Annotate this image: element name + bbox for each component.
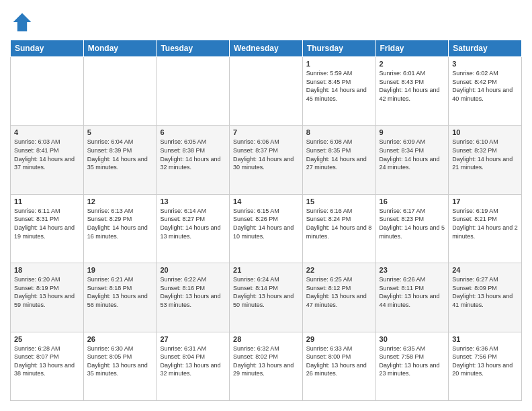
cell-content: Sunrise: 6:14 AM Sunset: 8:27 PM Dayligh… (160, 207, 226, 240)
cell-content: Sunrise: 6:22 AM Sunset: 8:16 PM Dayligh… (160, 275, 226, 309)
calendar-cell-15: 15Sunrise: 6:16 AM Sunset: 8:24 PM Dayli… (302, 194, 375, 263)
week-row-2: 11Sunrise: 6:11 AM Sunset: 8:31 PM Dayli… (11, 194, 522, 263)
calendar-cell-28: 28Sunrise: 6:32 AM Sunset: 8:02 PM Dayli… (230, 332, 303, 400)
day-number: 30 (380, 335, 445, 343)
cell-content: Sunrise: 6:27 AM Sunset: 8:09 PM Dayligh… (452, 275, 518, 309)
cell-content: Sunrise: 6:36 AM Sunset: 7:56 PM Dayligh… (452, 345, 518, 378)
calendar-cell-5: 5Sunrise: 6:04 AM Sunset: 8:39 PM Daylig… (83, 126, 157, 194)
day-number: 6 (160, 128, 226, 136)
header-day-friday: Friday (375, 40, 449, 57)
calendar-cell-20: 20Sunrise: 6:22 AM Sunset: 8:16 PM Dayli… (157, 263, 230, 332)
logo (10, 10, 38, 34)
cell-content: Sunrise: 6:16 AM Sunset: 8:24 PM Dayligh… (306, 207, 372, 240)
calendar-cell-empty (83, 57, 157, 126)
cell-content: Sunrise: 6:15 AM Sunset: 8:26 PM Dayligh… (233, 207, 299, 240)
day-number: 8 (306, 128, 372, 136)
cell-content: Sunrise: 6:20 AM Sunset: 8:19 PM Dayligh… (14, 275, 80, 309)
cell-content: Sunrise: 6:30 AM Sunset: 8:05 PM Dayligh… (87, 345, 153, 378)
cell-content: Sunrise: 6:28 AM Sunset: 8:07 PM Dayligh… (14, 345, 80, 378)
calendar-cell-22: 22Sunrise: 6:25 AM Sunset: 8:12 PM Dayli… (302, 263, 375, 332)
week-row-3: 18Sunrise: 6:20 AM Sunset: 8:19 PM Dayli… (11, 263, 522, 332)
cell-content: Sunrise: 6:04 AM Sunset: 8:39 PM Dayligh… (87, 138, 153, 171)
cell-content: Sunrise: 6:06 AM Sunset: 8:37 PM Dayligh… (233, 138, 299, 171)
day-number: 29 (306, 335, 372, 343)
day-number: 23 (380, 266, 445, 274)
cell-content: Sunrise: 6:32 AM Sunset: 8:02 PM Dayligh… (233, 345, 299, 378)
day-number: 21 (233, 266, 299, 274)
cell-content: Sunrise: 6:19 AM Sunset: 8:21 PM Dayligh… (452, 207, 518, 240)
cell-content: Sunrise: 6:21 AM Sunset: 8:18 PM Dayligh… (87, 275, 153, 309)
calendar-cell-13: 13Sunrise: 6:14 AM Sunset: 8:27 PM Dayli… (157, 194, 230, 263)
cell-content: Sunrise: 6:01 AM Sunset: 8:43 PM Dayligh… (380, 69, 445, 103)
calendar-table: SundayMondayTuesdayWednesdayThursdayFrid… (10, 40, 522, 401)
calendar-cell-11: 11Sunrise: 6:11 AM Sunset: 8:31 PM Dayli… (11, 194, 84, 263)
calendar-cell-10: 10Sunrise: 6:10 AM Sunset: 8:32 PM Dayli… (449, 126, 522, 194)
cell-content: Sunrise: 6:09 AM Sunset: 8:34 PM Dayligh… (380, 138, 445, 171)
calendar-cell-26: 26Sunrise: 6:30 AM Sunset: 8:05 PM Dayli… (83, 332, 157, 400)
week-row-4: 25Sunrise: 6:28 AM Sunset: 8:07 PM Dayli… (11, 332, 522, 400)
cell-content: Sunrise: 5:59 AM Sunset: 8:45 PM Dayligh… (306, 69, 372, 103)
calendar-cell-2: 2Sunrise: 6:01 AM Sunset: 8:43 PM Daylig… (375, 57, 449, 126)
calendar-cell-23: 23Sunrise: 6:26 AM Sunset: 8:11 PM Dayli… (375, 263, 449, 332)
day-number: 14 (233, 197, 299, 205)
header-day-thursday: Thursday (302, 40, 375, 57)
svg-marker-0 (13, 13, 32, 32)
cell-content: Sunrise: 6:02 AM Sunset: 8:42 PM Dayligh… (452, 69, 518, 103)
calendar-cell-12: 12Sunrise: 6:13 AM Sunset: 8:29 PM Dayli… (83, 194, 157, 263)
calendar-cell-24: 24Sunrise: 6:27 AM Sunset: 8:09 PM Dayli… (449, 263, 522, 332)
day-number: 26 (87, 335, 153, 343)
day-number: 5 (87, 128, 153, 136)
day-number: 28 (233, 335, 299, 343)
calendar-cell-1: 1Sunrise: 5:59 AM Sunset: 8:45 PM Daylig… (302, 57, 375, 126)
calendar-cell-27: 27Sunrise: 6:31 AM Sunset: 8:04 PM Dayli… (157, 332, 230, 400)
cell-content: Sunrise: 6:03 AM Sunset: 8:41 PM Dayligh… (14, 138, 80, 171)
day-number: 31 (452, 335, 518, 343)
calendar-cell-21: 21Sunrise: 6:24 AM Sunset: 8:14 PM Dayli… (230, 263, 303, 332)
cell-content: Sunrise: 6:25 AM Sunset: 8:12 PM Dayligh… (306, 275, 372, 309)
day-number: 19 (87, 266, 153, 274)
cell-content: Sunrise: 6:05 AM Sunset: 8:38 PM Dayligh… (160, 138, 226, 171)
calendar-cell-17: 17Sunrise: 6:19 AM Sunset: 8:21 PM Dayli… (449, 194, 522, 263)
day-number: 11 (14, 197, 80, 205)
day-number: 27 (160, 335, 226, 343)
calendar-cell-16: 16Sunrise: 6:17 AM Sunset: 8:23 PM Dayli… (375, 194, 449, 263)
day-number: 24 (452, 266, 518, 274)
header-day-sunday: Sunday (11, 40, 84, 57)
header-day-monday: Monday (83, 40, 157, 57)
day-number: 1 (306, 60, 372, 68)
calendar-cell-6: 6Sunrise: 6:05 AM Sunset: 8:38 PM Daylig… (157, 126, 230, 194)
calendar-cell-8: 8Sunrise: 6:08 AM Sunset: 8:35 PM Daylig… (302, 126, 375, 194)
day-number: 13 (160, 197, 226, 205)
day-number: 20 (160, 266, 226, 274)
page: SundayMondayTuesdayWednesdayThursdayFrid… (0, 0, 532, 411)
calendar-cell-3: 3Sunrise: 6:02 AM Sunset: 8:42 PM Daylig… (449, 57, 522, 126)
header-day-saturday: Saturday (449, 40, 522, 57)
cell-content: Sunrise: 6:11 AM Sunset: 8:31 PM Dayligh… (14, 207, 80, 240)
day-number: 12 (87, 197, 153, 205)
header-day-tuesday: Tuesday (157, 40, 230, 57)
cell-content: Sunrise: 6:10 AM Sunset: 8:32 PM Dayligh… (452, 138, 518, 171)
cell-content: Sunrise: 6:26 AM Sunset: 8:11 PM Dayligh… (380, 275, 445, 309)
week-row-0: 1Sunrise: 5:59 AM Sunset: 8:45 PM Daylig… (11, 57, 522, 126)
day-number: 9 (380, 128, 445, 136)
day-number: 18 (14, 266, 80, 274)
header-day-wednesday: Wednesday (230, 40, 303, 57)
day-number: 10 (452, 128, 518, 136)
day-number: 25 (14, 335, 80, 343)
day-number: 17 (452, 197, 518, 205)
day-number: 7 (233, 128, 299, 136)
cell-content: Sunrise: 6:33 AM Sunset: 8:00 PM Dayligh… (306, 345, 372, 378)
calendar-cell-empty (11, 57, 84, 126)
calendar-cell-9: 9Sunrise: 6:09 AM Sunset: 8:34 PM Daylig… (375, 126, 449, 194)
calendar-cell-29: 29Sunrise: 6:33 AM Sunset: 8:00 PM Dayli… (302, 332, 375, 400)
day-number: 16 (380, 197, 445, 205)
cell-content: Sunrise: 6:13 AM Sunset: 8:29 PM Dayligh… (87, 207, 153, 240)
cell-content: Sunrise: 6:24 AM Sunset: 8:14 PM Dayligh… (233, 275, 299, 309)
calendar-cell-empty (230, 57, 303, 126)
logo-icon (10, 10, 34, 34)
day-number: 22 (306, 266, 372, 274)
cell-content: Sunrise: 6:31 AM Sunset: 8:04 PM Dayligh… (160, 345, 226, 378)
calendar-cell-30: 30Sunrise: 6:35 AM Sunset: 7:58 PM Dayli… (375, 332, 449, 400)
day-number: 3 (452, 60, 518, 68)
cell-content: Sunrise: 6:08 AM Sunset: 8:35 PM Dayligh… (306, 138, 372, 171)
